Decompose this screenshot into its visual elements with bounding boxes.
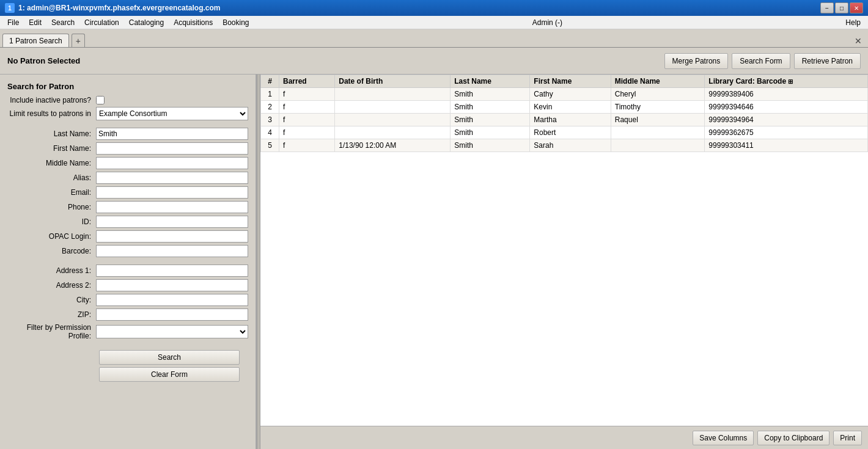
include-inactive-row: Include inactive patrons? [7,96,248,104]
id-input[interactable] [96,216,248,228]
cell-num: 5 [261,139,279,152]
opac-login-label: OPAC Login: [7,232,96,241]
table-row[interactable]: 5 f 1/13/90 12:00 AM Smith Sarah 9999930… [261,139,868,152]
tab-patron-search[interactable]: 1 Patron Search [2,34,69,47]
copy-clipboard-button[interactable]: Copy to Clipboard [757,431,829,445]
col-num: # [261,75,279,88]
search-form-button[interactable]: Search Form [732,53,790,69]
filter-profile-select[interactable] [96,325,248,338]
cell-barcode: 99999362675 [705,126,868,139]
search-button[interactable]: Search [99,350,240,365]
no-patron-label: No Patron Selected [7,56,80,65]
cell-barred: f [279,88,335,101]
title-bar-label: 1: admin@BR1-winxpvmfx.phasefx.evergreen… [18,4,220,12]
first-name-input[interactable] [96,142,248,155]
menu-bar: File Edit Search Circulation Cataloging … [0,16,868,29]
email-input[interactable] [96,186,248,199]
cell-first-name: Cathy [530,88,611,101]
cell-barred: f [279,114,335,126]
cell-barcode: 99999389406 [705,88,868,101]
opac-login-row: OPAC Login: [7,230,248,243]
menu-circulation[interactable]: Circulation [79,16,124,29]
cell-barred: f [279,126,335,139]
opac-login-input[interactable] [96,230,248,243]
save-columns-button[interactable]: Save Columns [693,431,754,445]
search-btn-row: Search Clear Form [7,350,248,382]
top-buttons: Merge Patrons Search Form Retrieve Patro… [664,53,861,69]
include-inactive-checkbox[interactable] [96,96,105,104]
id-row: ID: [7,216,248,228]
filter-profile-row: Filter by Permission Profile: [7,323,248,340]
last-name-input[interactable] [96,128,248,140]
cell-barred: f [279,101,335,114]
col-barcode: Library Card: Barcode ⊞ [705,75,868,88]
address1-input[interactable] [96,265,248,277]
results-table: # Barred Date of Birth Last Name First N… [260,75,868,152]
cell-barcode: 99999303411 [705,139,868,152]
cell-first-name: Kevin [530,101,611,114]
alias-label: Alias: [7,173,96,182]
middle-name-label: Middle Name: [7,159,96,167]
address1-label: Address 1: [7,266,96,275]
col-barred: Barred [279,75,335,88]
minimize-button[interactable]: − [820,2,834,13]
alias-row: Alias: [7,172,248,184]
cell-last-name: Smith [451,101,530,114]
tab-add-button[interactable]: + [72,34,85,47]
zip-label: ZIP: [7,310,96,319]
title-bar-left: 1 1: admin@BR1-winxpvmfx.phasefx.evergre… [5,3,220,13]
cell-barred: f [279,139,335,152]
cell-dob [335,114,451,126]
maximize-button[interactable]: □ [835,2,848,13]
cell-first-name: Robert [530,126,611,139]
cell-num: 1 [261,88,279,101]
bottom-bar: Save Columns Copy to Clipboard Print [260,426,868,449]
app-icon: 1 [5,3,15,13]
id-label: ID: [7,217,96,226]
menu-file[interactable]: File [2,16,24,29]
col-first-name: First Name [530,75,611,88]
table-row[interactable]: 4 f Smith Robert 99999362675 [261,126,868,139]
menu-admin[interactable]: Admin (-) [528,17,567,28]
close-button[interactable]: ✕ [850,2,863,13]
title-bar-controls: − □ ✕ [820,2,863,13]
search-panel: Search for Patron Include inactive patro… [0,75,257,449]
print-button[interactable]: Print [833,431,862,445]
clear-form-button[interactable]: Clear Form [99,367,240,382]
table-row[interactable]: 2 f Smith Kevin Timothy 99999394646 [261,101,868,114]
first-name-row: First Name: [7,142,248,155]
expand-col-icon[interactable]: ⊞ [788,78,793,85]
cell-dob [335,88,451,101]
zip-row: ZIP: [7,308,248,321]
limit-results-select[interactable]: Example Consortium [96,107,248,120]
email-row: Email: [7,186,248,199]
phone-input[interactable] [96,201,248,213]
cell-last-name: Smith [451,88,530,101]
zip-input[interactable] [96,308,248,321]
menu-cataloging[interactable]: Cataloging [124,16,169,29]
cell-num: 4 [261,126,279,139]
alias-input[interactable] [96,172,248,184]
phone-label: Phone: [7,203,96,211]
city-input[interactable] [96,294,248,306]
menu-search[interactable]: Search [46,16,79,29]
tab-close-icon[interactable]: ✕ [851,35,866,47]
merge-patrons-button[interactable]: Merge Patrons [664,53,729,69]
top-panel: No Patron Selected Merge Patrons Search … [0,48,868,75]
table-header-row: # Barred Date of Birth Last Name First N… [261,75,868,88]
middle-name-input[interactable] [96,157,248,169]
barcode-input[interactable] [96,245,248,257]
menu-edit[interactable]: Edit [24,16,46,29]
search-form-title: Search for Patron [7,82,248,91]
address2-row: Address 2: [7,279,248,291]
menu-booking[interactable]: Booking [218,16,254,29]
main-content: No Patron Selected Merge Patrons Search … [0,48,868,449]
table-row[interactable]: 1 f Smith Cathy Cheryl 99999389406 [261,88,868,101]
table-row[interactable]: 3 f Smith Martha Raquel 99999394964 [261,114,868,126]
address2-label: Address 2: [7,281,96,290]
menu-acquisitions[interactable]: Acquisitions [169,16,218,29]
retrieve-patron-button[interactable]: Retrieve Patron [794,53,861,69]
address2-input[interactable] [96,279,248,291]
menu-help[interactable]: Help [840,17,866,28]
phone-row: Phone: [7,201,248,213]
